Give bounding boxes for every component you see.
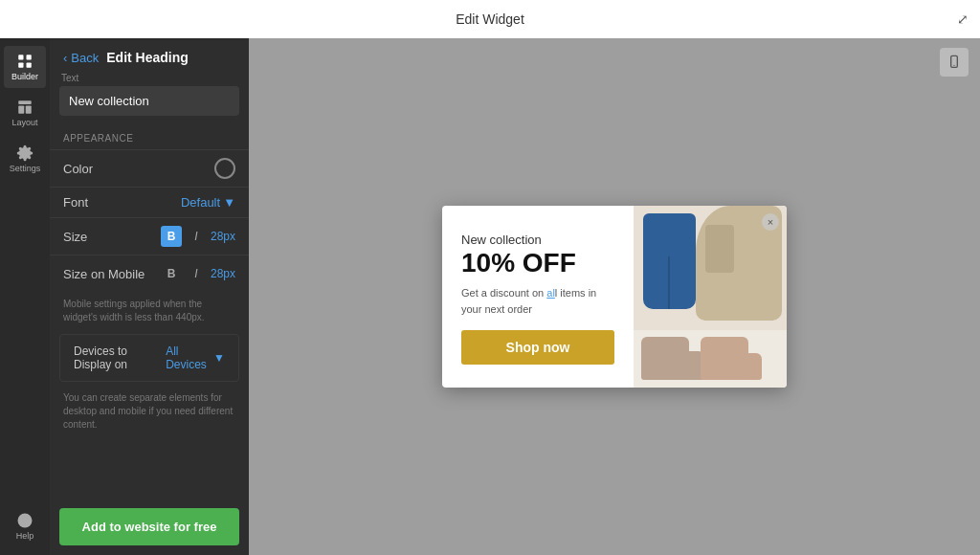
jeans-shape xyxy=(643,213,696,309)
font-select[interactable]: Default ▼ xyxy=(181,195,235,210)
help-icon xyxy=(16,512,33,529)
mobile-device-icon xyxy=(947,55,962,70)
layout-icon xyxy=(16,99,33,116)
fashion-image xyxy=(634,206,787,388)
bold-mobile-button[interactable]: B xyxy=(161,263,182,284)
size-row: Size B I 28px xyxy=(50,217,249,255)
device-preview-icon[interactable] xyxy=(940,48,969,77)
builder-icon xyxy=(16,53,33,70)
svg-rect-2 xyxy=(18,63,23,68)
svg-rect-6 xyxy=(26,106,32,114)
bold-button[interactable]: B xyxy=(161,226,182,247)
size-label: Size xyxy=(63,230,87,244)
card-content-left: New collection 10% OFF Get a discount on… xyxy=(442,206,634,388)
back-button[interactable]: ‹ Back xyxy=(63,51,99,65)
card-subtitle: New collection xyxy=(461,233,614,247)
color-picker[interactable] xyxy=(214,158,235,179)
color-label: Color xyxy=(63,162,93,176)
main-layout: Builder Layout Settings Help xyxy=(0,38,980,555)
devices-value: All Devices xyxy=(166,344,211,371)
builder-label: Builder xyxy=(11,72,38,81)
text-field-group: Text xyxy=(59,73,239,116)
sidebar-item-builder[interactable]: Builder xyxy=(4,46,46,88)
font-row: Font Default ▼ xyxy=(50,187,249,217)
widget-card: × New collection 10% OFF Get a discount … xyxy=(442,206,787,388)
font-label: Font xyxy=(63,195,88,210)
font-chevron-icon: ▼ xyxy=(223,195,235,210)
size-on-mobile-controls: B I 28px xyxy=(161,263,235,284)
svg-rect-3 xyxy=(27,63,32,68)
font-value: Default xyxy=(181,195,220,210)
settings-icon xyxy=(16,144,33,162)
heading-text-input[interactable] xyxy=(59,86,239,116)
devices-label: Devices to Display on xyxy=(74,344,166,371)
size-on-mobile-label: Size on Mobile xyxy=(63,267,145,281)
svg-rect-5 xyxy=(18,106,24,114)
left-panel: ‹ Back Edit Heading Text APPEARANCE Colo… xyxy=(50,38,249,555)
devices-chevron-icon: ▼ xyxy=(213,351,225,365)
help-label: Help xyxy=(16,531,34,541)
expand-icon[interactable]: ⤢ xyxy=(957,11,969,27)
appearance-section-header: APPEARANCE xyxy=(50,125,249,149)
icon-rail: Builder Layout Settings Help xyxy=(0,38,50,555)
size-on-mobile-row: Size on Mobile B I 28px xyxy=(50,255,249,292)
panel-header: ‹ Back Edit Heading xyxy=(50,38,249,73)
layout-label: Layout xyxy=(11,118,37,127)
size-controls: B I 28px xyxy=(161,226,235,247)
sidebar-item-help[interactable]: Help xyxy=(4,505,46,547)
svg-rect-1 xyxy=(27,55,32,59)
settings-label: Settings xyxy=(10,164,41,173)
text-field-label: Text xyxy=(59,73,239,83)
back-chevron-icon: ‹ xyxy=(63,51,67,65)
devices-row: Devices to Display on All Devices ▼ xyxy=(59,334,239,382)
card-description: Get a discount on all items in your next… xyxy=(461,285,614,317)
top-bar: Edit Widget ⤢ xyxy=(0,0,980,38)
devices-hint: You can create separate elements for des… xyxy=(50,388,249,441)
panel-title: Edit Heading xyxy=(106,50,189,65)
highlight-text: al xyxy=(546,287,555,299)
devices-select[interactable]: All Devices ▼ xyxy=(166,344,225,371)
top-bar-title: Edit Widget xyxy=(456,11,524,27)
card-image-right xyxy=(634,206,787,388)
size-on-mobile-value: 28px xyxy=(211,267,235,280)
size-value: 28px xyxy=(211,230,235,243)
svg-rect-4 xyxy=(18,100,32,104)
add-to-website-button[interactable]: Add to website for free xyxy=(59,508,239,545)
shop-now-button[interactable]: Shop now xyxy=(461,330,614,365)
canvas-area: × New collection 10% OFF Get a discount … xyxy=(249,38,980,555)
color-row: Color xyxy=(50,149,249,187)
sidebar-item-settings[interactable]: Settings xyxy=(4,138,46,180)
italic-button[interactable]: I xyxy=(186,226,207,247)
svg-rect-0 xyxy=(18,55,23,59)
italic-mobile-button[interactable]: I xyxy=(186,263,207,284)
svg-point-8 xyxy=(18,514,33,528)
mobile-hint: Mobile settings applied when the widget'… xyxy=(50,292,249,334)
close-button[interactable]: × xyxy=(762,213,779,231)
card-title: 10% OFF xyxy=(461,249,614,278)
svg-point-11 xyxy=(953,65,954,66)
sidebar-item-layout[interactable]: Layout xyxy=(4,92,46,134)
back-label: Back xyxy=(71,51,99,65)
